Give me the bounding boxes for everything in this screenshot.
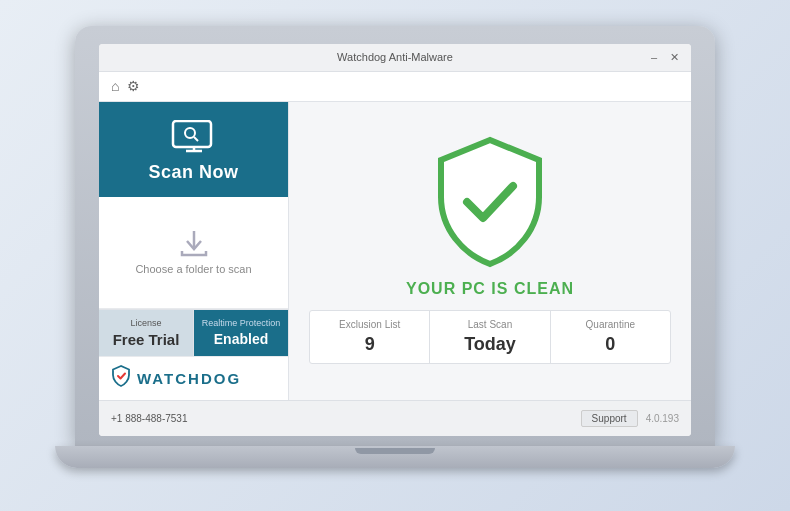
- version-text: 4.0.193: [646, 413, 679, 424]
- watchdog-shield-logo: [111, 365, 131, 387]
- exclusion-list-stat[interactable]: Exclusion List 9: [310, 311, 430, 363]
- exclusion-list-label: Exclusion List: [339, 319, 400, 330]
- bottom-bar: +1 888-488-7531 Support 4.0.193: [99, 400, 691, 436]
- screen-bezel: Watchdog Anti-Malware – ✕ ⌂ ⚙: [75, 26, 715, 446]
- realtime-value: Enabled: [214, 331, 268, 347]
- logo-shield-icon: [111, 365, 131, 392]
- svg-point-3: [185, 128, 195, 138]
- minimize-button[interactable]: –: [647, 51, 661, 64]
- phone-number: +1 888-488-7531: [111, 413, 573, 424]
- quarantine-value: 0: [605, 334, 615, 355]
- logo-bar: WATCHDOG: [99, 356, 288, 400]
- license-tile[interactable]: License Free Trial: [99, 310, 194, 356]
- bottom-tiles: License Free Trial Realtime Protection E…: [99, 309, 288, 356]
- close-button[interactable]: ✕: [667, 51, 681, 64]
- app-window: Watchdog Anti-Malware – ✕ ⌂ ⚙: [99, 44, 691, 436]
- monitor-scan-icon: [171, 120, 217, 156]
- laptop-shell: Watchdog Anti-Malware – ✕ ⌂ ⚙: [55, 26, 735, 486]
- realtime-tile[interactable]: Realtime Protection Enabled: [194, 310, 288, 356]
- clean-status-text: YOUR PC IS CLEAN: [406, 280, 574, 298]
- settings-icon[interactable]: ⚙: [127, 78, 140, 94]
- last-scan-value: Today: [464, 334, 516, 355]
- realtime-label: Realtime Protection: [202, 318, 281, 328]
- quarantine-stat[interactable]: Quarantine 0: [551, 311, 670, 363]
- license-label: License: [130, 318, 161, 328]
- home-icon[interactable]: ⌂: [111, 78, 119, 94]
- exclusion-list-value: 9: [365, 334, 375, 355]
- clean-shield-icon: [425, 132, 555, 272]
- main-content: Scan Now Choose a folder to scan: [99, 102, 691, 400]
- last-scan-label: Last Scan: [468, 319, 512, 330]
- shield-container: YOUR PC IS CLEAN: [406, 132, 574, 298]
- title-bar: Watchdog Anti-Malware – ✕: [99, 44, 691, 72]
- quarantine-label: Quarantine: [586, 319, 635, 330]
- download-icon: [178, 229, 210, 257]
- logo-text: WATCHDOG: [137, 370, 241, 387]
- svg-rect-0: [173, 121, 211, 147]
- right-panel: YOUR PC IS CLEAN Exclusion List 9 Last S…: [289, 102, 691, 400]
- stats-row: Exclusion List 9 Last Scan Today Quarant…: [309, 310, 671, 364]
- license-value: Free Trial: [113, 331, 180, 348]
- left-panel: Scan Now Choose a folder to scan: [99, 102, 289, 400]
- laptop-base: [55, 446, 735, 468]
- scan-now-button[interactable]: Scan Now: [99, 102, 288, 197]
- last-scan-stat[interactable]: Last Scan Today: [430, 311, 550, 363]
- svg-line-4: [194, 137, 198, 141]
- window-controls: – ✕: [647, 51, 681, 64]
- toolbar: ⌂ ⚙: [99, 72, 691, 102]
- folder-scan-label: Choose a folder to scan: [135, 263, 251, 275]
- folder-scan-button[interactable]: Choose a folder to scan: [99, 197, 288, 309]
- scan-now-label: Scan Now: [148, 162, 238, 183]
- support-button[interactable]: Support: [581, 410, 638, 427]
- screen: Watchdog Anti-Malware – ✕ ⌂ ⚙: [99, 44, 691, 436]
- app-title: Watchdog Anti-Malware: [337, 51, 453, 63]
